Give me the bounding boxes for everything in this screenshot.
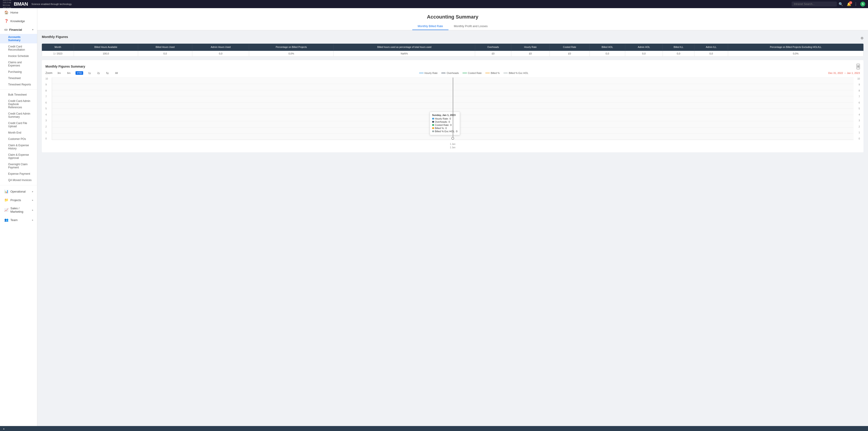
page-title: Accounting Summary	[37, 12, 868, 23]
sidebar-sub-accounts-summary[interactable]: Accounts Summary	[0, 34, 37, 43]
chart-legend: Hourly Rate Overheads Costed Rate B	[123, 72, 825, 74]
sidebar-sub-claim-expense-approval[interactable]: Claim & Expense Approval	[0, 152, 37, 161]
tooltip-label-hourly-rate: Hourly Rate:	[435, 117, 449, 120]
sidebar-sub-credit-card-reconciliation[interactable]: Credit Card Reconciliation	[0, 43, 37, 53]
sidebar-sub-credit-card-admin-summary[interactable]: Credit Card Admin Summary	[0, 111, 37, 120]
sidebar-sub-invoice-schedule[interactable]: Invoice Schedule	[0, 53, 37, 59]
sidebar-sub-timesheet[interactable]: Timesheet	[0, 75, 37, 81]
sidebar-sub-expense-payment[interactable]: Expense Payment	[0, 171, 37, 177]
cell-costed-rate: £0	[550, 51, 590, 56]
table-settings-button[interactable]: ⚙	[861, 36, 864, 40]
sidebar-sub-customer-pos[interactable]: Customer POs	[0, 136, 37, 142]
col-admin-hol: Admin HOL	[625, 44, 663, 51]
sidebar-sub-credit-card-file-upload[interactable]: Credit Card File Upload	[0, 120, 37, 129]
table-row: 1 / 2023 100,0 0,0 0,0 0,0% NaN% £0 £0 £…	[42, 51, 864, 56]
cell-month: 1 / 2023	[42, 51, 74, 56]
sidebar-sub-qa-moved-invoices[interactable]: QA Moved Invoices	[0, 177, 37, 183]
financial-icon: ▭	[4, 28, 7, 32]
legend-hourly-rate: Hourly Rate	[419, 72, 438, 74]
sidebar-sub-month-end[interactable]: Month End	[0, 129, 37, 136]
operational-icon: 📊	[4, 189, 8, 193]
tooltip-value-billed-pct-exc-hol: 0	[456, 130, 457, 133]
cell-billed-ill: 0,0	[663, 51, 694, 56]
col-billed-pct-total: Billed hours used as percentage of total…	[334, 44, 475, 51]
tab-monthly-billed-rate[interactable]: Monthly Billed Rate	[412, 23, 448, 30]
search-button[interactable]: 🔍	[839, 2, 843, 6]
tab-monthly-profit-losses[interactable]: Monthly Profit and Losses	[448, 23, 493, 30]
page-tabs: Monthly Billed Rate Monthly Profit and L…	[37, 23, 868, 30]
chart-menu-button[interactable]: ≡	[857, 64, 860, 69]
app-body: 🏠 Home ❓ Knowledge ▭ Financial ▾ Account…	[0, 8, 868, 426]
sidebar-item-knowledge[interactable]: ❓ Knowledge	[0, 17, 37, 25]
sidebar-sub-credit-card-admin-daybook[interactable]: Credit Card Admin Daybook References	[0, 98, 37, 111]
tooltip-label-costed-rate: Costed Rate:	[435, 124, 450, 126]
main-content: Accounting Summary Monthly Billed Rate M…	[37, 8, 868, 426]
cell-admin-hours-used: 0,0	[192, 51, 249, 56]
legend-overheads: Overheads	[441, 72, 459, 74]
zoom-3m-button[interactable]: 3m	[56, 71, 62, 75]
sidebar-item-financial[interactable]: ▭ Financial ▾	[0, 25, 37, 34]
grid-menu-button[interactable]: ⋮	[854, 2, 858, 6]
user-avatar[interactable]: S	[860, 2, 865, 6]
financial-chevron-icon: ▾	[32, 28, 33, 31]
cell-pct-exc-hol-ill: 0,0%	[728, 51, 864, 56]
status-bar-arrow: ▲	[3, 427, 5, 430]
tooltip-value-hourly-rate: 0	[450, 117, 451, 120]
x-axis-label: 1 Jan	[450, 143, 455, 145]
monthly-figures-table: Month Billed Hours Available Billed Hour…	[42, 43, 864, 57]
sidebar-sub-overnight-claim-payment[interactable]: Overnight Claim Payment	[0, 161, 37, 171]
table-header-row: Month Billed Hours Available Billed Hour…	[42, 44, 864, 51]
legend-costed-rate-dot	[463, 73, 467, 73]
zoom-5y-button[interactable]: 5y	[105, 71, 110, 75]
col-month: Month	[42, 44, 74, 51]
zoom-label: Zoom	[45, 71, 53, 74]
home-icon: 🏠	[4, 10, 8, 14]
tooltip-dot-costed-rate	[432, 124, 434, 126]
sidebar-item-home[interactable]: 🏠 Home	[0, 8, 37, 17]
y-axis-right: 0 1 2 3 4 5 6 7 8 9 10	[854, 78, 860, 140]
cell-admin-hol: 0,0	[625, 51, 663, 56]
sidebar-item-operational[interactable]: 📊 Operational ▸	[0, 187, 37, 196]
sidebar-sub-timesheet-reports[interactable]: Timesheet Reports	[0, 81, 37, 88]
projects-icon: 📁	[4, 198, 8, 202]
projects-chevron-icon: ▸	[32, 199, 33, 202]
tooltip-title: Sunday, Jan 1, 2023	[432, 114, 458, 116]
zoom-2y-button[interactable]: 2y	[96, 71, 101, 75]
col-admin-hours-used: Admin Hours Used	[192, 44, 249, 51]
sidebar-item-sales-marketing[interactable]: 📈 Sales / Marketing ▸	[0, 204, 37, 216]
col-hourly-rate: Hourly Rate	[511, 44, 550, 51]
app-tagline: Science enabled through technology.	[31, 3, 790, 5]
status-bar: ▲	[0, 426, 868, 431]
legend-hourly-rate-dot	[419, 73, 424, 73]
notification-bell-button[interactable]: 🔔 17	[847, 2, 851, 6]
tooltip-dot-hourly-rate	[432, 118, 434, 120]
col-billed-ill: Billed ILL	[663, 44, 694, 51]
sidebar-sub-bulk-timesheet[interactable]: Bulk Timesheet	[0, 92, 37, 98]
topbar-icons: 🔔 17 ⋮ S	[847, 2, 865, 6]
sidebar-sub-claims-expenses[interactable]: Claims and Expenses	[0, 59, 37, 69]
cell-overheads: £0	[475, 51, 511, 56]
col-overheads: Overheads	[475, 44, 511, 51]
tooltip-row-costed-rate: Costed Rate: 0	[432, 124, 458, 126]
chart-title: Monthly Figures Summary	[45, 65, 85, 68]
zoom-ytd-button[interactable]: YTD	[75, 71, 83, 75]
zoom-6m-button[interactable]: 6m	[66, 71, 72, 75]
sales-marketing-chevron-icon: ▸	[32, 209, 33, 212]
col-admin-ill: Admin ILL	[694, 44, 728, 51]
tooltip-dot-billed-pct	[432, 127, 434, 129]
sidebar-item-team[interactable]: 👥 Team ▸	[0, 216, 37, 224]
sidebar-sub-purchasing[interactable]: Purchasing	[0, 69, 37, 75]
x-axis-bottom-label: 1 Jan	[450, 146, 455, 149]
tooltip-label-billed-pct-exc-hol: Billed % Exc HOL:	[435, 130, 455, 133]
search-input[interactable]	[792, 2, 837, 6]
sidebar-sub-claim-expense-history[interactable]: Claim & Expense History	[0, 142, 37, 152]
sidebar-item-projects[interactable]: 📁 Projects ▸	[0, 196, 37, 204]
legend-billed-pct-exc-hol: Billed % Exc HOL	[503, 72, 528, 74]
cell-hourly-rate: £0	[511, 51, 550, 56]
tooltip-row-billed-pct-exc-hol: Billed % Exc HOL: 0	[432, 130, 458, 133]
zoom-all-button[interactable]: All	[114, 71, 119, 75]
content-body: Monthly Figures ⚙ Month Billed Hours Ava…	[37, 30, 868, 157]
cell-billed-pct-total: NaN%	[334, 51, 475, 56]
zoom-1y-button[interactable]: 1y	[87, 71, 92, 75]
operational-chevron-icon: ▸	[32, 190, 33, 193]
